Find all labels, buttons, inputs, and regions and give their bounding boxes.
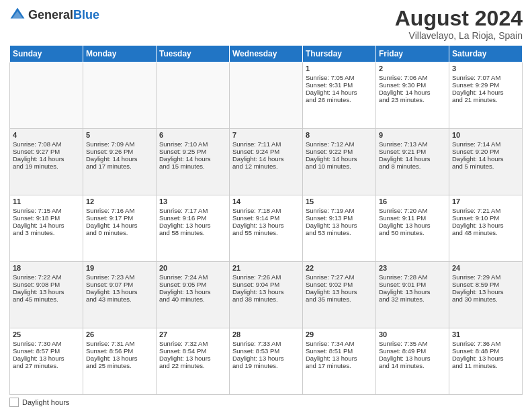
day-info-line: and 23 minutes. (379, 96, 446, 103)
calendar-cell: 13Sunrise: 7:17 AMSunset: 9:16 PMDayligh… (157, 195, 230, 262)
day-info-line: Daylight: 14 hours (379, 155, 446, 163)
day-info-line: Daylight: 14 hours (232, 155, 300, 163)
day-number: 14 (232, 197, 300, 205)
calendar-cell: 29Sunrise: 7:34 AMSunset: 8:51 PMDayligh… (303, 328, 376, 395)
day-number: 20 (159, 264, 226, 272)
day-info-line: and 15 minutes. (159, 163, 226, 170)
day-info-line: Daylight: 14 hours (306, 89, 373, 96)
weekday-header-row: SundayMondayTuesdayWednesdayThursdayFrid… (10, 46, 523, 62)
day-info-line: Sunrise: 7:14 AM (452, 140, 519, 148)
calendar-cell: 30Sunrise: 7:35 AMSunset: 8:49 PMDayligh… (376, 328, 449, 395)
day-info-line: Sunset: 9:30 PM (379, 81, 446, 89)
day-info-line: Sunset: 8:56 PM (86, 347, 153, 355)
day-number: 13 (159, 197, 226, 205)
day-info-line: and 14 minutes. (379, 362, 446, 369)
main-title: August 2024 (395, 7, 523, 30)
day-info-line: Sunset: 9:17 PM (86, 214, 153, 222)
day-info-line: Sunset: 9:14 PM (232, 214, 300, 222)
day-info-line: and 17 minutes. (306, 362, 373, 369)
day-info-line: and 21 minutes. (452, 96, 519, 103)
day-info-line: and 22 minutes. (159, 362, 226, 369)
day-info-line: Sunrise: 7:24 AM (159, 273, 226, 281)
weekday-header-monday: Monday (83, 46, 157, 62)
footer: Daylight hours (9, 398, 523, 407)
calendar-cell: 26Sunrise: 7:31 AMSunset: 8:56 PMDayligh… (83, 328, 157, 395)
day-number: 4 (13, 131, 80, 139)
calendar-cell (83, 62, 157, 129)
day-info-line: Sunset: 9:29 PM (452, 81, 519, 89)
logo-general: GeneralBlue (28, 8, 99, 22)
day-info-line: Daylight: 14 hours (86, 222, 153, 229)
calendar-cell: 22Sunrise: 7:27 AMSunset: 9:02 PMDayligh… (303, 262, 376, 328)
day-info-line: Daylight: 13 hours (159, 222, 226, 229)
day-info-line: Sunrise: 7:12 AM (306, 140, 373, 148)
day-info-line: and 45 minutes. (13, 295, 80, 303)
day-info-line: Sunset: 9:05 PM (159, 281, 226, 288)
day-info-line: Sunrise: 7:07 AM (452, 74, 519, 81)
day-info-line: Daylight: 14 hours (13, 155, 80, 163)
day-info-line: Sunrise: 7:32 AM (159, 340, 226, 347)
calendar-cell: 10Sunrise: 7:14 AMSunset: 9:20 PMDayligh… (449, 129, 523, 195)
calendar-cell: 8Sunrise: 7:12 AMSunset: 9:22 PMDaylight… (303, 129, 376, 195)
calendar-cell: 16Sunrise: 7:20 AMSunset: 9:11 PMDayligh… (376, 195, 449, 262)
day-number: 15 (306, 197, 373, 205)
day-info-line: Daylight: 13 hours (86, 355, 153, 362)
day-info-line: and 58 minutes. (159, 229, 226, 236)
logo: GeneralBlue (9, 7, 99, 23)
calendar-cell (230, 62, 303, 129)
calendar-cell: 20Sunrise: 7:24 AMSunset: 9:05 PMDayligh… (157, 262, 230, 328)
day-info-line: and 38 minutes. (232, 295, 300, 303)
calendar-cell: 3Sunrise: 7:07 AMSunset: 9:29 PMDaylight… (449, 62, 523, 129)
day-info-line: and 10 minutes. (306, 163, 373, 170)
page: GeneralBlue August 2024 Villavelayo, La … (0, 0, 532, 411)
day-info-line: and 17 minutes. (86, 163, 153, 170)
day-info-line: and 8 minutes. (379, 163, 446, 170)
calendar-cell: 9Sunrise: 7:13 AMSunset: 9:21 PMDaylight… (376, 129, 449, 195)
day-info-line: Sunrise: 7:15 AM (13, 207, 80, 214)
day-info-line: Daylight: 13 hours (379, 288, 446, 295)
day-info-line: and 48 minutes. (452, 229, 519, 236)
calendar-cell: 4Sunrise: 7:08 AMSunset: 9:27 PMDaylight… (10, 129, 83, 195)
day-number: 19 (86, 264, 153, 272)
day-info-line: Daylight: 13 hours (232, 288, 300, 295)
day-info-line: Sunrise: 7:10 AM (159, 140, 226, 148)
day-info-line: Daylight: 13 hours (452, 355, 519, 362)
day-info-line: Sunrise: 7:05 AM (306, 74, 373, 81)
day-info-line: Daylight: 13 hours (306, 288, 373, 295)
day-number: 8 (306, 131, 373, 139)
calendar-week-row: 1Sunrise: 7:05 AMSunset: 9:31 PMDaylight… (10, 62, 523, 129)
day-info-line: Sunrise: 7:36 AM (452, 340, 519, 347)
day-info-line: Daylight: 13 hours (159, 288, 226, 295)
day-info-line: Sunrise: 7:21 AM (452, 207, 519, 214)
day-number: 1 (306, 64, 373, 73)
day-info-line: Daylight: 14 hours (13, 222, 80, 229)
day-info-line: Daylight: 14 hours (159, 155, 226, 163)
calendar-cell: 6Sunrise: 7:10 AMSunset: 9:25 PMDaylight… (157, 129, 230, 195)
day-info-line: Sunset: 8:54 PM (159, 347, 226, 355)
calendar-cell: 25Sunrise: 7:30 AMSunset: 8:57 PMDayligh… (10, 328, 83, 395)
calendar-cell: 5Sunrise: 7:09 AMSunset: 9:26 PMDaylight… (83, 129, 157, 195)
calendar-cell: 7Sunrise: 7:11 AMSunset: 9:24 PMDaylight… (230, 129, 303, 195)
day-info-line: Daylight: 14 hours (452, 89, 519, 96)
day-info-line: and 30 minutes. (452, 295, 519, 303)
daylight-legend: Daylight hours (9, 398, 69, 407)
day-info-line: Daylight: 13 hours (452, 222, 519, 229)
day-number: 12 (86, 197, 153, 205)
daylight-label: Daylight hours (22, 398, 69, 406)
day-info-line: Sunset: 8:53 PM (232, 347, 300, 355)
weekday-header-tuesday: Tuesday (157, 46, 230, 62)
day-info-line: Sunset: 9:25 PM (159, 148, 226, 155)
day-info-line: Sunrise: 7:27 AM (306, 273, 373, 281)
day-info-line: and 26 minutes. (306, 96, 373, 103)
calendar-cell: 24Sunrise: 7:29 AMSunset: 8:59 PMDayligh… (449, 262, 523, 328)
day-info-line: Sunset: 9:26 PM (86, 148, 153, 155)
calendar-cell (10, 62, 83, 129)
day-info-line: Sunrise: 7:28 AM (379, 273, 446, 281)
day-info-line: and 0 minutes. (86, 229, 153, 236)
day-info-line: and 19 minutes. (232, 362, 300, 369)
weekday-header-wednesday: Wednesday (230, 46, 303, 62)
day-info-line: Sunrise: 7:18 AM (232, 207, 300, 214)
day-info-line: Sunrise: 7:30 AM (13, 340, 80, 347)
calendar-cell: 27Sunrise: 7:32 AMSunset: 8:54 PMDayligh… (157, 328, 230, 395)
calendar-cell: 17Sunrise: 7:21 AMSunset: 9:10 PMDayligh… (449, 195, 523, 262)
